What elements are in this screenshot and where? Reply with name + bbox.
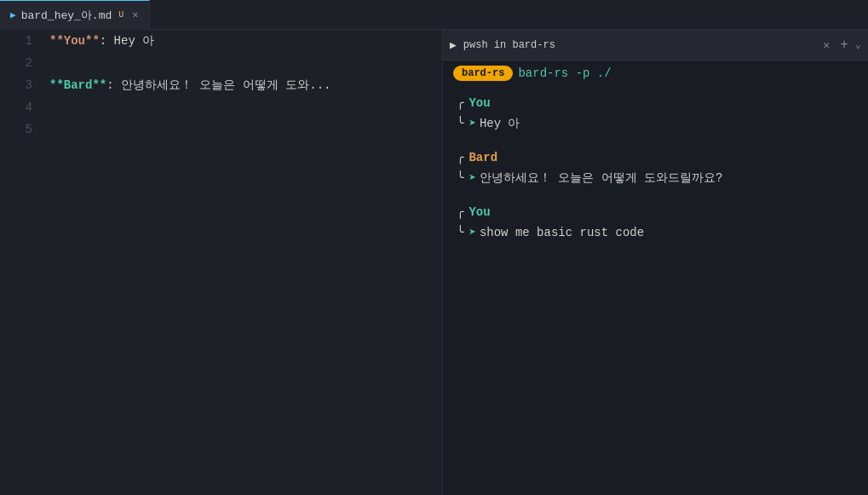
- terminal-cmd-bar: bard-rs bard-rs -p ./: [443, 60, 868, 86]
- editor-container: 1 2 3 4 5 **You** : Hey 아 **Bard** : 안녕하…: [0, 30, 868, 495]
- bracket-close-3: ╰: [457, 222, 463, 243]
- bracket-open-2: ╭: [457, 147, 463, 168]
- line-num-2: 2: [14, 52, 32, 74]
- code-line-2: [49, 52, 435, 74]
- line-num-1: 1: [14, 30, 32, 52]
- arrow-2: ➤: [468, 168, 475, 188]
- line-num-3: 3: [14, 74, 32, 96]
- arrow-3: ➤: [468, 222, 475, 243]
- tab-bar: ▶ bard_hey_아.md U ✕: [0, 0, 868, 30]
- chat-msg-3: show me basic rust code: [480, 222, 644, 243]
- you-bold: **You**: [49, 30, 100, 52]
- chat-msg-1: Hey 아: [480, 113, 520, 134]
- tab-close-button[interactable]: ✕: [132, 9, 138, 21]
- code-line-1: **You** : Hey 아: [49, 30, 435, 52]
- terminal-panel: ▶ pwsh in bard-rs ✕ + ⌄ bard-rs bard-rs …: [442, 30, 868, 495]
- editor-content[interactable]: **You** : Hey 아 **Bard** : 안녕하세요！ 오늘은 어떻…: [43, 30, 442, 495]
- chat-block-2: ╭ Bard ╰ ➤ 안녕하세요！ 오늘은 어떻게 도와드릴까요?: [457, 147, 854, 188]
- terminal-dropdown-button[interactable]: ⌄: [855, 38, 861, 51]
- editor-tab[interactable]: ▶ bard_hey_아.md U ✕: [0, 0, 150, 30]
- terminal-close-button[interactable]: ✕: [819, 37, 833, 54]
- file-icon: ▶: [10, 9, 16, 20]
- terminal-cmd-text: bard-rs -p ./: [518, 66, 611, 80]
- code-line-4: [49, 96, 435, 118]
- bracket-open-3: ╭: [457, 202, 463, 222]
- author-you-1: You: [468, 93, 490, 113]
- bard-text: : 안녕하세요！ 오늘은 어떻게 도와...: [106, 74, 331, 96]
- code-line-3: **Bard** : 안녕하세요！ 오늘은 어떻게 도와...: [49, 74, 435, 96]
- chat-msg-2: 안녕하세요！ 오늘은 어떻게 도와드릴까요?: [480, 168, 723, 188]
- message-line-3: ╰ ➤ show me basic rust code: [457, 222, 854, 243]
- terminal-tab-title: pwsh in bard-rs: [463, 39, 813, 51]
- terminal-badge: bard-rs: [453, 66, 513, 81]
- line-num-5: 5: [14, 118, 32, 141]
- terminal-tab-bar: ▶ pwsh in bard-rs ✕ + ⌄: [443, 30, 868, 60]
- bracket-open-1: ╭: [457, 93, 463, 113]
- author-line-3: ╭ You: [457, 202, 854, 222]
- bracket-close-1: ╰: [457, 113, 463, 134]
- author-bard-1: Bard: [468, 147, 497, 168]
- author-line-2: ╭ Bard: [457, 147, 854, 168]
- chat-block-3: ╭ You ╰ ➤ show me basic rust code: [457, 202, 854, 243]
- tab-filename: bard_hey_아.md: [21, 8, 112, 23]
- bracket-close-2: ╰: [457, 168, 463, 188]
- line-num-4: 4: [14, 96, 32, 118]
- bard-bold: **Bard**: [49, 74, 106, 96]
- message-line-1: ╰ ➤ Hey 아: [457, 113, 854, 134]
- line-numbers: 1 2 3 4 5: [0, 30, 43, 495]
- you-colon: : Hey 아: [100, 30, 154, 52]
- code-line-5: [49, 118, 435, 141]
- terminal-add-button[interactable]: +: [840, 37, 848, 53]
- terminal-shell-icon: ▶: [450, 38, 457, 52]
- message-line-2: ╰ ➤ 안녕하세요！ 오늘은 어떻게 도와드릴까요?: [457, 168, 854, 188]
- editor-pane: 1 2 3 4 5 **You** : Hey 아 **Bard** : 안녕하…: [0, 30, 442, 495]
- author-you-2: You: [468, 202, 490, 222]
- tab-modified-indicator: U: [118, 10, 124, 20]
- author-line-1: ╭ You: [457, 93, 854, 113]
- terminal-content: ╭ You ╰ ➤ Hey 아 ╭ Bard ╰ ➤ 안녕하세요！: [443, 86, 868, 495]
- chat-block-1: ╭ You ╰ ➤ Hey 아: [457, 93, 854, 134]
- arrow-1: ➤: [468, 113, 475, 134]
